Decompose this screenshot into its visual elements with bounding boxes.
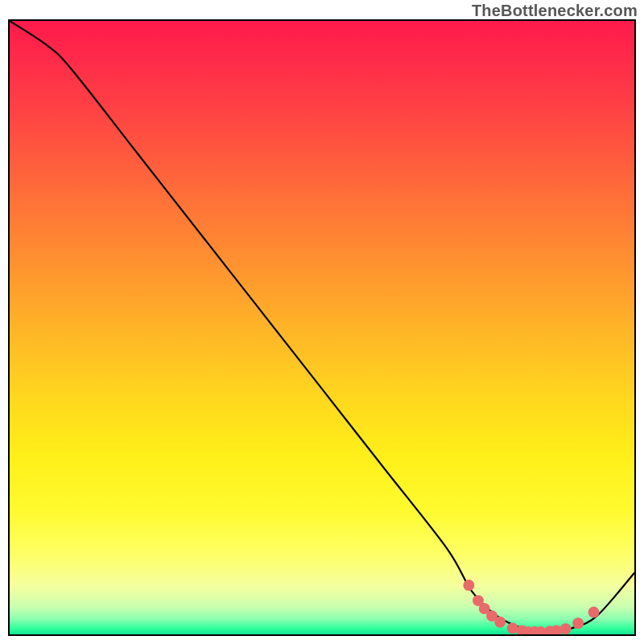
plot-area <box>8 19 636 636</box>
curve-path <box>10 21 634 634</box>
curve-layer <box>10 21 634 634</box>
data-marker <box>463 580 474 591</box>
attribution-label: TheBottlenecker.com <box>472 2 638 20</box>
data-marker <box>588 607 600 618</box>
data-marker <box>507 622 518 634</box>
data-marker <box>560 623 572 634</box>
chart-container: TheBottlenecker.com <box>0 0 644 644</box>
data-marker <box>572 617 584 629</box>
data-marker <box>494 617 506 628</box>
marker-layer <box>463 580 599 634</box>
chart-svg <box>10 21 634 634</box>
